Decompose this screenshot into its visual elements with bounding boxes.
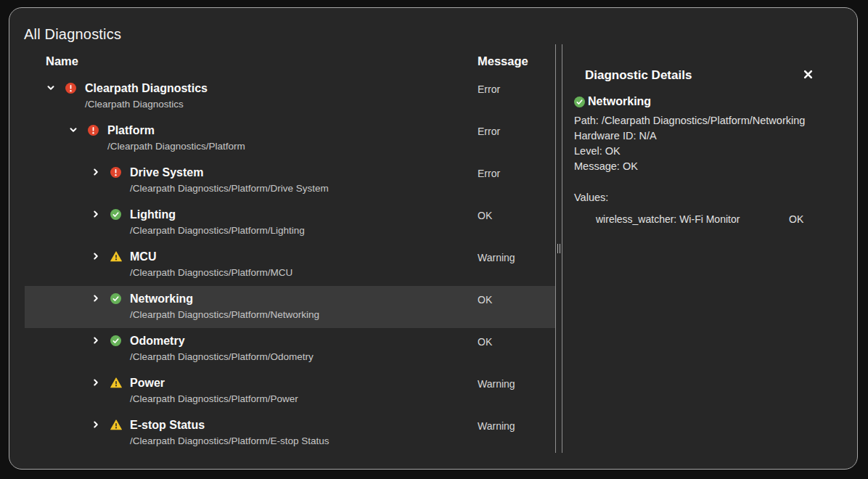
row-name: Drive System	[130, 166, 329, 179]
row-path: /Clearpath Diagnostics/Platform/MCU	[130, 267, 292, 278]
tree-row[interactable]: Power /Clearpath Diagnostics/Platform/Po…	[25, 370, 555, 412]
column-header-message: Message	[478, 54, 528, 68]
diagnostic-details-panel: Diagnostic Details Networking Path: /Cle…	[562, 44, 857, 453]
diagnostics-window: All Diagnostics Name Message Clearpath D…	[9, 7, 858, 470]
row-path: /Clearpath Diagnostics/Platform/Networki…	[130, 309, 319, 320]
details-fields: Path: /Clearpath Diagnostics/Platform/Ne…	[574, 113, 850, 174]
value-row: wireless_watcher: Wi-Fi Monitor OK	[574, 212, 850, 227]
tree-row[interactable]: Odometry /Clearpath Diagnostics/Platform…	[25, 328, 555, 370]
row-name: Lighting	[130, 208, 305, 221]
tree-row[interactable]: E-stop Status /Clearpath Diagnostics/Pla…	[25, 412, 555, 453]
chevron-right-icon	[91, 420, 100, 429]
tree-row[interactable]: Platform /Clearpath Diagnostics/Platform…	[25, 118, 555, 160]
row-name: Odometry	[130, 335, 314, 347]
exclamation-circle-icon	[110, 167, 121, 178]
main-content: Name Message Clearpath Diagnostics /Clea…	[25, 44, 857, 453]
chevron-right-icon[interactable]	[91, 294, 101, 303]
tree-row[interactable]: Networking /Clearpath Diagnostics/Platfo…	[25, 286, 555, 328]
row-message: Warning	[478, 420, 515, 432]
chevron-right-icon[interactable]	[91, 252, 101, 261]
warning-triangle-icon	[110, 419, 122, 430]
panel-resizer[interactable]	[555, 44, 562, 453]
detail-field: Level: OK	[574, 144, 850, 159]
row-path: /Clearpath Diagnostics	[85, 99, 208, 110]
chevron-right-icon	[91, 168, 100, 176]
chevron-down-icon[interactable]	[68, 126, 78, 134]
exclamation-circle-icon	[88, 125, 99, 136]
row-message: OK	[478, 210, 492, 221]
row-name: MCU	[130, 250, 292, 263]
detail-field: Hardware ID: N/A	[574, 128, 850, 144]
close-details-button[interactable]	[801, 67, 814, 81]
chevron-right-icon[interactable]	[91, 378, 101, 387]
column-header-name: Name	[46, 54, 78, 68]
chevron-right-icon	[91, 252, 100, 261]
details-item: Networking	[574, 95, 850, 108]
row-message: Error	[478, 83, 500, 95]
chevron-down-icon	[46, 83, 55, 92]
row-path: /Clearpath Diagnostics/Platform/Power	[130, 393, 298, 404]
check-circle-icon	[110, 293, 121, 304]
row-message: Error	[478, 126, 500, 137]
row-name: Networking	[130, 292, 319, 305]
check-circle-icon	[110, 335, 121, 346]
row-message: OK	[478, 336, 492, 348]
row-path: /Clearpath Diagnostics/Platform/Lighting	[130, 225, 305, 236]
diagnostics-tree: Clearpath Diagnostics /Clearpath Diagnos…	[25, 75, 555, 453]
row-message: Warning	[478, 252, 515, 263]
row-message: OK	[478, 294, 492, 306]
values-list: wireless_watcher: Wi-Fi Monitor OK	[574, 212, 850, 227]
row-path: /Clearpath Diagnostics/Platform/Odometry	[130, 351, 314, 362]
value-key: wireless_watcher: Wi-Fi Monitor	[596, 213, 740, 225]
chevron-right-icon	[91, 294, 100, 303]
tree-row[interactable]: Clearpath Diagnostics /Clearpath Diagnos…	[25, 75, 555, 118]
check-circle-icon	[110, 209, 121, 220]
chevron-right-icon	[91, 378, 100, 387]
warning-triangle-icon	[110, 251, 122, 262]
chevron-right-icon[interactable]	[91, 420, 101, 429]
exclamation-circle-icon	[65, 83, 76, 94]
row-path: /Clearpath Diagnostics/Platform/E-stop S…	[130, 435, 329, 446]
chevron-right-icon	[91, 210, 100, 218]
check-circle-icon	[574, 97, 585, 107]
tree-row[interactable]: Lighting /Clearpath Diagnostics/Platform…	[25, 202, 555, 244]
page-title: All Diagnostics	[24, 26, 121, 43]
detail-field: Message: OK	[574, 159, 850, 174]
chevron-right-icon[interactable]	[91, 336, 101, 345]
value-result: OK	[789, 212, 803, 227]
row-name: Power	[130, 377, 298, 389]
details-body: Networking Path: /Clearpath Diagnostics/…	[574, 95, 850, 227]
warning-triangle-icon	[110, 377, 122, 388]
row-message: Warning	[478, 378, 515, 390]
row-name: Platform	[107, 124, 245, 136]
drag-grip-icon	[557, 244, 560, 253]
diagnostics-tree-panel: Name Message Clearpath Diagnostics /Clea…	[25, 44, 555, 453]
chevron-down-icon	[69, 126, 78, 134]
row-message: Error	[478, 168, 500, 179]
chevron-right-icon[interactable]	[91, 168, 101, 176]
details-title: Diagnostic Details	[585, 68, 692, 83]
chevron-right-icon	[91, 336, 100, 345]
row-name: Clearpath Diagnostics	[85, 82, 208, 94]
close-icon	[803, 70, 813, 79]
chevron-right-icon[interactable]	[91, 210, 101, 218]
row-path: /Clearpath Diagnostics/Platform	[107, 141, 245, 152]
tree-row[interactable]: MCU /Clearpath Diagnostics/Platform/MCU …	[25, 244, 555, 286]
values-label: Values:	[574, 190, 850, 205]
details-item-name: Networking	[588, 95, 651, 108]
row-path: /Clearpath Diagnostics/Platform/Drive Sy…	[130, 183, 329, 194]
tree-row[interactable]: Drive System /Clearpath Diagnostics/Plat…	[25, 160, 555, 202]
chevron-down-icon[interactable]	[46, 83, 56, 92]
detail-field: Path: /Clearpath Diagnostics/Platform/Ne…	[574, 113, 850, 128]
row-name: E-stop Status	[130, 419, 329, 431]
